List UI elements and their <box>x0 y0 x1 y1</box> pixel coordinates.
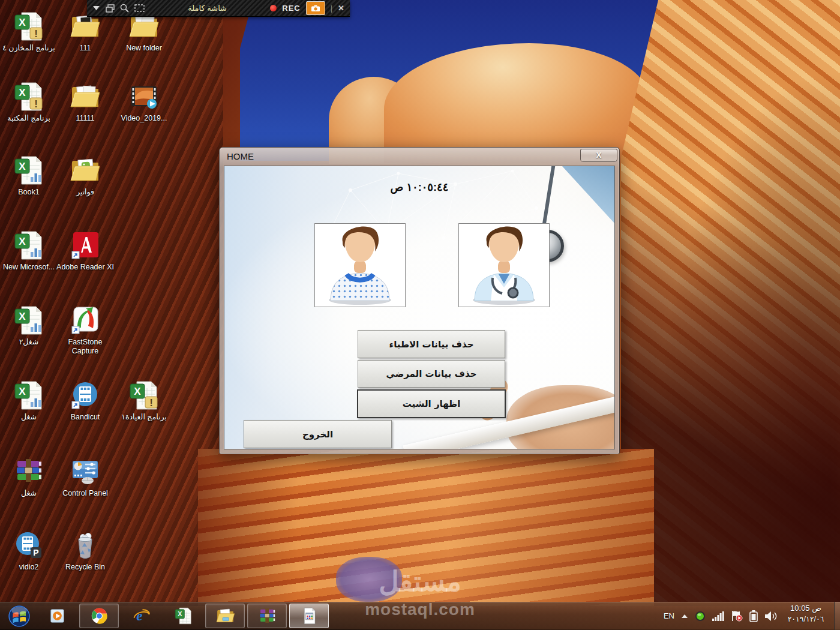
desktop-icon-bandicut[interactable]: Bandicut <box>56 380 114 422</box>
rec-label: REC <box>282 4 300 13</box>
desktop-icon-label: New folder <box>126 44 162 53</box>
excel-chart-icon: X <box>13 380 44 411</box>
green-status-icon[interactable] <box>695 611 706 622</box>
desktop-icon-recycle-bin[interactable]: Recycle Bin <box>56 530 114 572</box>
camera-button[interactable] <box>306 1 325 15</box>
desktop-icon-control-panel[interactable]: Control Panel <box>56 456 114 498</box>
taskbar-item-winrar[interactable] <box>247 604 287 628</box>
svg-text:X: X <box>19 311 26 322</box>
recorder-close-button[interactable]: ✕ <box>338 4 344 13</box>
record-dot-icon <box>270 5 277 11</box>
toolbar-separator: | <box>331 4 332 13</box>
clock-date: ٢٠١٩/١٢/٠٦ <box>780 614 832 623</box>
taskbar-item-internet-explorer[interactable]: e <box>121 604 161 628</box>
excel-warning-icon: X ! <box>13 81 44 112</box>
desktop-icon-label: برنامج العيادة١ <box>121 413 167 422</box>
folder-icon <box>70 155 101 186</box>
desktop-icon-faststone[interactable]: FastStone Capture <box>56 305 114 356</box>
desktop-icon-video-2019[interactable]: Video_2019... <box>115 81 173 123</box>
desktop-icon-label: vidio2 <box>19 563 39 572</box>
taskbar-item-windows-media-player[interactable] <box>37 604 77 628</box>
show-desktop-button[interactable] <box>834 602 840 630</box>
taskbar-item-vb-form-app[interactable] <box>289 604 329 628</box>
delete-doctors-data-button[interactable]: حذف بيانات الاطباء <box>358 330 505 358</box>
desktop-icon-warehouse-program[interactable]: X ! برنامج المخازن ٤ <box>0 11 58 53</box>
taskbar-item-chrome[interactable] <box>79 604 119 628</box>
desktop-icon-label: Adobe Reader XI <box>56 263 114 272</box>
battery-icon[interactable] <box>749 610 758 622</box>
window-title: HOME <box>227 151 254 161</box>
folder-icon <box>70 81 101 112</box>
desktop: X ! برنامج المخازن ٤ 111 New folder X <box>0 0 840 630</box>
dropdown-arrow-icon[interactable] <box>92 5 100 11</box>
svg-text:P: P <box>33 548 38 557</box>
recorder-title: شاشة كاملة <box>150 4 265 13</box>
desktop-icon-new-microsoft[interactable]: X New Microsof... <box>0 230 58 272</box>
home-window-body: ١٠:٠٥:٤٤ ص <box>224 166 615 449</box>
desktop-icon-label: برنامج المكتبة <box>7 114 50 123</box>
desktop-icon-111[interactable]: 111 <box>56 11 114 53</box>
desktop-icon-label: Control Panel <box>62 489 108 498</box>
system-tray: EN <box>664 602 778 630</box>
svg-text:e: e <box>136 608 142 623</box>
desktop-icon-new-folder[interactable]: New folder <box>115 11 173 53</box>
desktop-icon-book1[interactable]: X Book1 <box>0 155 58 197</box>
desktop-icon-invoices-folder[interactable]: فواتير <box>56 155 114 197</box>
excel-warning-icon: X ! <box>13 11 44 42</box>
region-select-icon[interactable] <box>134 4 145 12</box>
svg-text:X: X <box>19 236 26 247</box>
recycle-bin-icon <box>70 530 101 561</box>
taskbar-item-windows-explorer[interactable] <box>205 604 245 628</box>
taskbar-clock[interactable]: 10:05 ص ٢٠١٩/١٢/٠٦ <box>780 604 832 623</box>
control-panel-icon <box>70 456 101 487</box>
svg-text:X: X <box>19 386 26 397</box>
watermark-latin: mostaql.com <box>345 600 495 619</box>
excel-warning-icon: X ! <box>128 380 160 411</box>
excel-chart-icon: X <box>13 305 44 336</box>
volume-icon[interactable] <box>764 611 778 622</box>
desktop-icon-11111[interactable]: 11111 <box>56 81 114 123</box>
desktop-icon-label: فواتير <box>76 188 94 197</box>
magnifier-icon[interactable] <box>120 4 129 13</box>
screen-recorder-toolbar: شاشة كاملة REC | ✕ <box>87 0 350 17</box>
desktop-icon-work[interactable]: X شغل <box>0 380 58 422</box>
action-center-flag-icon[interactable] <box>731 610 743 622</box>
svg-text:X: X <box>19 161 26 172</box>
desktop-icon-library-program[interactable]: X ! برنامج المكتبة <box>0 81 58 123</box>
patient-avatar <box>314 223 406 307</box>
exit-button[interactable]: الخروج <box>244 420 392 448</box>
faststone-capture-icon <box>70 305 101 336</box>
desktop-icon-work2[interactable]: X شغل٢ <box>0 305 58 347</box>
svg-text:X: X <box>134 386 141 397</box>
desktop-icon-work-archive[interactable]: شغل <box>0 456 58 498</box>
desktop-icon-label: 11111 <box>76 114 94 123</box>
desktop-icon-label: FastStone Capture <box>56 338 114 356</box>
show-hidden-arrow-icon[interactable] <box>681 614 688 619</box>
window-close-button[interactable]: X <box>580 149 617 162</box>
desktop-icon-adobe-reader[interactable]: Adobe Reader XI <box>56 230 114 272</box>
watermark-arabic: مستقل <box>354 565 486 598</box>
svg-text:X: X <box>178 610 182 617</box>
svg-text:X: X <box>19 87 26 98</box>
language-indicator[interactable]: EN <box>664 611 674 620</box>
taskbar-item-excel[interactable]: X <box>163 604 203 628</box>
desktop-icon-clinic-program[interactable]: X ! برنامج العيادة١ <box>115 380 173 422</box>
show-sheet-button[interactable]: اظهار الشيت <box>357 389 506 418</box>
desktop-icon-label: Bandicut <box>71 413 100 422</box>
bandicut-icon <box>70 380 101 411</box>
excel-chart-icon: X <box>13 230 44 261</box>
video-file-icon <box>128 81 160 112</box>
windows-copy-icon[interactable] <box>106 4 115 13</box>
desktop-icon-label: Book1 <box>18 188 39 197</box>
clock-time: 10:05 ص <box>780 604 832 613</box>
signal-bars-icon[interactable] <box>712 611 724 621</box>
desktop-icon-label: 111 <box>79 44 91 53</box>
desktop-icon-label: برنامج المخازن ٤ <box>2 44 55 53</box>
start-button[interactable] <box>4 603 35 629</box>
delete-patients-data-button[interactable]: حذف بيانات المرضي <box>358 360 505 388</box>
desktop-icon-label: شغل٢ <box>19 338 39 347</box>
doctor-avatar <box>458 223 550 307</box>
excel-chart-icon: X <box>13 155 44 186</box>
svg-text:!: ! <box>34 28 38 40</box>
desktop-icon-vidio2[interactable]: P vidio2 <box>0 530 58 572</box>
